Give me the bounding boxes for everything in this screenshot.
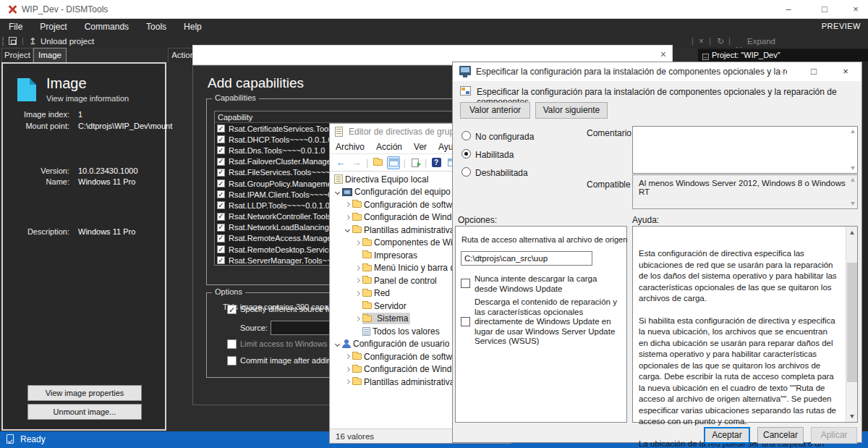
- accept-button[interactable]: Aceptar: [704, 427, 750, 444]
- radio-not-configured-label[interactable]: No configurada: [475, 132, 534, 142]
- help-scrollbar[interactable]: [846, 227, 857, 422]
- refresh-icon[interactable]: ↻: [717, 36, 724, 46]
- radio-not-configured[interactable]: [461, 131, 471, 140]
- cancel-button[interactable]: Cancelar: [757, 427, 804, 444]
- tab-project[interactable]: Project: [1, 48, 33, 62]
- menu-accion[interactable]: Acción: [370, 142, 408, 152]
- folder-icon: [362, 290, 372, 297]
- chevron-collapsed-icon[interactable]: [353, 292, 362, 295]
- help-paragraph: Esta configuración de directiva especifi…: [639, 248, 838, 305]
- checkbox-checked-icon[interactable]: ✓: [217, 245, 225, 253]
- forward-icon[interactable]: →: [350, 156, 363, 169]
- alt-source-path-label: Ruta de acceso alternativa al archivo de…: [461, 235, 627, 245]
- radio-disabled[interactable]: [461, 167, 471, 177]
- chevron-collapsed-icon[interactable]: [343, 355, 352, 358]
- policy-setting-icon: [460, 86, 471, 96]
- checkbox-checked-icon[interactable]: ✓: [217, 213, 225, 221]
- dialog-titlebar[interactable]: Especificar la configuración para la ins…: [453, 62, 861, 81]
- comment-textarea[interactable]: [632, 126, 858, 174]
- unmount-image-button[interactable]: Unmount image...: [27, 404, 142, 420]
- scroll-down-icon[interactable]: [851, 166, 855, 170]
- dialog-close-button[interactable]: ×: [834, 62, 857, 81]
- save-icon[interactable]: [9, 37, 17, 45]
- field-value: C:\dtprojs\WIP_Dev\mount: [78, 122, 172, 130]
- chevron-collapsed-icon[interactable]: [353, 266, 362, 270]
- capability-column-header[interactable]: Capability: [215, 111, 452, 123]
- menu-project[interactable]: Project: [31, 19, 75, 35]
- checkbox-checked-icon[interactable]: ✓: [217, 158, 225, 166]
- chevron-expanded-icon[interactable]: [343, 228, 352, 232]
- scrollbar-thumb[interactable]: [847, 263, 857, 382]
- never-download-label[interactable]: Nunca intente descargar la carga desde W…: [475, 274, 616, 294]
- policy-icon: [334, 174, 343, 184]
- checkbox-checked-icon[interactable]: ✓: [217, 224, 225, 232]
- download-direct-checkbox[interactable]: [461, 317, 470, 326]
- chevron-collapsed-icon[interactable]: [343, 216, 352, 219]
- export-list-icon[interactable]: [409, 156, 422, 169]
- next-setting-button[interactable]: Valor siguiente: [535, 102, 608, 119]
- app-close-button[interactable]: ×: [843, 0, 868, 18]
- checkbox-checked-icon[interactable]: ✓: [217, 124, 225, 132]
- chevron-expanded-icon[interactable]: [333, 190, 342, 194]
- expand-button[interactable]: Expand: [747, 37, 775, 46]
- checkbox-checked-icon[interactable]: ✓: [227, 305, 237, 314]
- checkbox-checked-icon[interactable]: ✓: [217, 234, 225, 242]
- close-icon[interactable]: ×: [660, 48, 666, 60]
- field-value: 10.0.23430.1000: [78, 166, 138, 175]
- checkbox-checked-icon[interactable]: ✓: [217, 190, 225, 198]
- folder-icon: [352, 214, 362, 221]
- image-panel: Image View image information Image index…: [1, 62, 166, 431]
- collapse-icon[interactable]: –: [702, 54, 709, 60]
- chevron-collapsed-icon[interactable]: [353, 279, 362, 282]
- image-panel-title: Image: [46, 75, 87, 92]
- app-minimize-button[interactable]: –: [776, 0, 801, 18]
- menu-help[interactable]: Help: [175, 19, 210, 35]
- chevron-collapsed-icon[interactable]: [343, 203, 352, 206]
- chevron-expanded-icon[interactable]: [333, 342, 342, 346]
- folder-icon: [352, 201, 362, 208]
- scroll-down-icon[interactable]: [846, 410, 858, 422]
- chevron-collapsed-icon[interactable]: [343, 380, 352, 384]
- panel-close-icon[interactable]: ×: [699, 36, 704, 46]
- menu-commands[interactable]: Commands: [76, 19, 137, 35]
- tab-image[interactable]: Image: [33, 48, 67, 62]
- chevron-collapsed-icon[interactable]: [353, 241, 362, 245]
- chevron-collapsed-icon[interactable]: [343, 368, 352, 371]
- checkbox-checked-icon[interactable]: ✓: [217, 135, 225, 143]
- unload-project-button[interactable]: Unload project: [41, 37, 94, 46]
- menu-tools[interactable]: Tools: [137, 19, 175, 35]
- help-icon[interactable]: ?: [430, 156, 443, 169]
- checkbox-checked-icon[interactable]: ✓: [217, 201, 225, 209]
- checkbox-checked-icon[interactable]: ✓: [217, 256, 225, 264]
- scroll-up-icon[interactable]: [846, 227, 858, 238]
- project-tree-root[interactable]: –Project: "WIP_Dev": [698, 49, 868, 62]
- menu-ver[interactable]: Ver: [408, 142, 433, 152]
- never-download-checkbox[interactable]: [461, 279, 470, 288]
- radio-enabled[interactable]: [461, 149, 471, 159]
- checkbox-checked-icon[interactable]: ✓: [217, 169, 225, 177]
- app-maximize-button[interactable]: □: [812, 0, 837, 18]
- previous-setting-button[interactable]: Valor anterior: [460, 102, 530, 119]
- radio-disabled-label[interactable]: Deshabilitada: [475, 168, 528, 178]
- unload-icon[interactable]: ↥: [29, 36, 36, 46]
- menu-file[interactable]: File: [0, 19, 31, 35]
- folder-icon: [352, 353, 362, 360]
- computer-icon: [342, 188, 352, 196]
- back-icon[interactable]: ←: [334, 156, 347, 169]
- scroll-up-icon[interactable]: [851, 130, 855, 133]
- menu-archivo[interactable]: Archivo: [330, 142, 370, 152]
- checkbox-checked-icon[interactable]: ✓: [217, 179, 225, 187]
- radio-enabled-label[interactable]: Habilitada: [475, 150, 514, 160]
- up-folder-icon[interactable]: [371, 156, 384, 169]
- dialog-maximize-button[interactable]: □: [802, 62, 825, 81]
- chevron-collapsed-icon[interactable]: [353, 317, 362, 321]
- checkbox-checked-icon[interactable]: ✓: [217, 146, 225, 154]
- field-label: Mount point:: [3, 122, 69, 130]
- alt-source-path-input[interactable]: [461, 251, 592, 266]
- download-direct-label[interactable]: Descarga el contenido de reparación y la…: [475, 297, 619, 347]
- show-console-tree-icon[interactable]: [387, 156, 400, 169]
- policy-dialog: Especificar la configuración para la ins…: [452, 62, 862, 443]
- toolbar-grip: [2, 37, 4, 46]
- view-image-properties-button[interactable]: View image properties: [27, 385, 142, 401]
- scroll-up-icon: [851, 178, 855, 182]
